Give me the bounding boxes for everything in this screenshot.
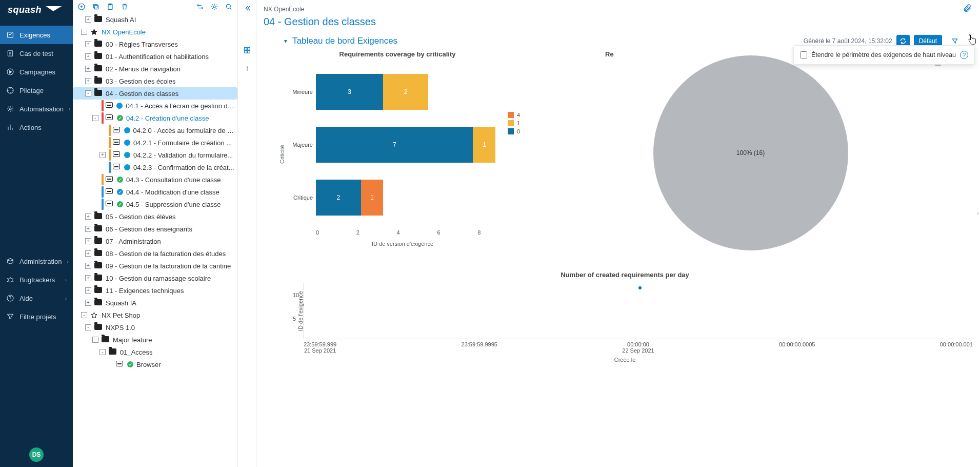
nav-requirements[interactable]: Exigences: [0, 26, 73, 44]
nav-actions[interactable]: Actions: [0, 118, 73, 137]
axis-tick: 8: [477, 229, 518, 236]
tree-toggle-icon[interactable]: +: [85, 287, 91, 294]
tree-toggle-icon[interactable]: +: [85, 16, 91, 23]
tree-label: 04.2.0 - Accès au formulaire de c...: [133, 127, 234, 134]
nav-filter[interactable]: Filtre projets: [0, 307, 73, 326]
legend-item: 4: [508, 112, 520, 118]
tree-folder[interactable]: -04 - Gestion des classes: [73, 87, 237, 100]
tree-toggle-icon[interactable]: +: [85, 78, 91, 84]
tree-toggle-icon[interactable]: -: [92, 337, 98, 343]
sort-icon[interactable]: [195, 2, 205, 11]
tree-folder[interactable]: +Squash IA: [73, 297, 237, 309]
paste-icon[interactable]: [106, 2, 115, 11]
tree-toggle-icon[interactable]: +: [85, 263, 91, 269]
tree-folder[interactable]: +00 - Règles Transverses: [73, 38, 237, 50]
section-toggle-icon[interactable]: ▾: [284, 37, 287, 45]
delete-icon[interactable]: [120, 2, 129, 11]
folder-icon: [94, 287, 103, 294]
tree-toggle-icon[interactable]: +: [85, 226, 91, 232]
nav-steering[interactable]: Pilotage: [0, 81, 73, 100]
extend-scope-label: Étendre le périmètre des exigences de ha…: [811, 51, 956, 59]
nav-campaigns[interactable]: Campagnes: [0, 63, 73, 81]
tree-folder[interactable]: +02 - Menus de navigation: [73, 63, 237, 75]
chart-xlabel: ID de version d'exigence: [287, 241, 518, 247]
tree-folder[interactable]: +Squash AI: [73, 13, 237, 26]
chart-pie: Re 100% (16) Non définie: [528, 50, 973, 266]
nav-label: Administration: [19, 258, 62, 265]
extend-scope-checkbox[interactable]: [800, 51, 807, 59]
tree-folder[interactable]: +06 - Gestion des enseignants: [73, 223, 237, 235]
tree-toggle-icon[interactable]: +: [99, 152, 106, 158]
tree-requirement[interactable]: 04.4 - Modification d'une classe: [73, 186, 237, 198]
tree-folder[interactable]: +07 - Administration: [73, 235, 237, 247]
nav-bugtrackers[interactable]: Bugtrackers›: [0, 270, 73, 289]
tree-toggle-icon[interactable]: +: [85, 66, 91, 72]
nav-testcases[interactable]: Cas de test: [0, 44, 73, 63]
tree-folder[interactable]: -NXPS 1.0: [73, 321, 237, 334]
tree-requirement[interactable]: +04.2.2 - Validation du formulaire...: [73, 149, 237, 161]
collapse-panel-icon[interactable]: [242, 3, 252, 13]
requirement-icon: [106, 114, 114, 122]
nav-help[interactable]: Aide›: [0, 289, 73, 307]
tree-requirement[interactable]: Browser: [73, 358, 237, 371]
tree-toggle-icon[interactable]: -: [85, 324, 91, 330]
tree-project[interactable]: -NX OpenEcole: [73, 26, 237, 38]
tree-requirement[interactable]: 04.2.1 - Formulaire de création ...: [73, 137, 237, 149]
tree-folder[interactable]: -Major feature: [73, 334, 237, 346]
criticality-bar: [102, 112, 104, 124]
tree-folder[interactable]: +01 - Authentification et habilitations: [73, 50, 237, 63]
attachments-icon[interactable]: [963, 3, 972, 15]
tree-label: 04.4 - Modification d'une classe: [126, 188, 219, 196]
tree-toggle-icon[interactable]: -: [81, 312, 87, 318]
add-icon[interactable]: [77, 2, 86, 11]
tree-folder[interactable]: +05 - Gestion des élèves: [73, 210, 237, 223]
copy-icon[interactable]: [91, 2, 101, 11]
tree-toggle-icon[interactable]: +: [85, 275, 91, 281]
tree-requirement[interactable]: 04.1 - Accès à l'écran de gestion de...: [73, 100, 237, 112]
tree-folder[interactable]: +11 - Exigences techniques: [73, 284, 237, 297]
avatar[interactable]: DS: [29, 447, 44, 462]
tree-toggle-icon: [107, 361, 113, 367]
status-dot-icon: [124, 164, 130, 170]
tree-toggle-icon[interactable]: +: [85, 53, 91, 60]
tree-project[interactable]: -NX Pet Shop: [73, 309, 237, 321]
tree-toggle-icon[interactable]: +: [85, 213, 91, 220]
nav-label: Filtre projets: [19, 313, 56, 321]
tree-requirement[interactable]: 04.2.0 - Accès au formulaire de c...: [73, 124, 237, 137]
tree-label: 08 - Gestion de la facturation des étude…: [106, 250, 226, 258]
tree-toggle-icon[interactable]: +: [85, 238, 91, 244]
tree-requirement[interactable]: 04.2.3 - Confirmation de la créat...: [73, 161, 237, 173]
chevron-right-icon: ›: [65, 277, 67, 283]
tree-folder[interactable]: +10 - Gestion du ramassage scolaire: [73, 272, 237, 284]
tree-toggle-icon[interactable]: -: [99, 349, 106, 355]
tree-requirement[interactable]: 04.5 - Suppression d'une classe: [73, 198, 237, 210]
tree-toggle-icon[interactable]: -: [92, 115, 98, 121]
folder-icon: [94, 65, 103, 72]
tree-requirement[interactable]: 04.3 - Consultation d'une classe: [73, 173, 237, 186]
sidebar-collapse-handle[interactable]: ‹: [975, 205, 980, 221]
star-icon: [90, 312, 98, 319]
tree-folder[interactable]: +08 - Gestion de la facturation des étud…: [73, 247, 237, 260]
nav-automation[interactable]: Automatisation›: [0, 100, 73, 118]
tree-folder[interactable]: +03 - Gestion des écoles: [73, 75, 237, 87]
tree-scroll[interactable]: +Squash AI-NX OpenEcole+00 - Règles Tran…: [73, 13, 237, 467]
tree-toggle-icon[interactable]: +: [85, 41, 91, 47]
tree-folder[interactable]: -01_Access: [73, 346, 237, 358]
tree-toggle-icon[interactable]: +: [85, 250, 91, 257]
info-icon[interactable]: [242, 64, 252, 74]
tree-toggle-icon[interactable]: -: [85, 90, 91, 96]
tree-requirement[interactable]: -04.2 - Création d'une classe: [73, 112, 237, 124]
dashboard-view-icon[interactable]: [242, 45, 252, 55]
tree-label: 04.2 - Création d'une classe: [126, 114, 209, 122]
criticality-bar: [102, 199, 104, 210]
tree-folder[interactable]: +09 - Gestion de la facturation de la ca…: [73, 260, 237, 272]
folder-icon: [94, 16, 103, 23]
tree-toggle-icon[interactable]: +: [85, 300, 91, 306]
settings-icon[interactable]: [210, 2, 219, 11]
tree-label: Squash IA: [106, 299, 136, 307]
nav-admin[interactable]: Administration›: [0, 252, 73, 270]
tree-toggle-icon[interactable]: -: [81, 29, 87, 35]
requirement-icon: [113, 151, 121, 159]
help-icon[interactable]: ?: [960, 51, 968, 59]
search-icon[interactable]: [224, 2, 233, 11]
